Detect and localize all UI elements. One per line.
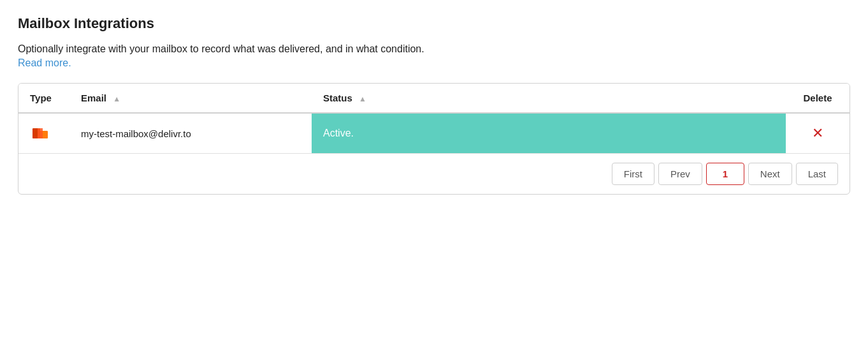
col-header-email[interactable]: Email ▲: [69, 84, 312, 113]
pagination-cell: First Prev 1 Next Last: [18, 154, 850, 195]
type-cell: [18, 113, 69, 154]
col-header-status[interactable]: Status ▲: [312, 84, 786, 113]
mailbox-table-container: Type Email ▲ Status ▲ Delete: [18, 83, 850, 195]
col-header-delete: Delete: [786, 84, 850, 113]
pagination-controls: First Prev 1 Next Last: [30, 163, 838, 185]
page-title: Mailbox Integrations: [18, 15, 850, 32]
read-more-link[interactable]: Read more.: [18, 57, 71, 69]
col-header-type: Type: [18, 84, 69, 113]
first-page-button[interactable]: First: [612, 163, 655, 185]
delete-cell: ✕: [786, 113, 850, 154]
delete-button[interactable]: ✕: [807, 123, 828, 144]
office365-icon: [30, 123, 50, 144]
prev-page-button[interactable]: Prev: [658, 163, 702, 185]
next-page-button[interactable]: Next: [748, 163, 792, 185]
status-cell: Active.: [312, 113, 786, 154]
status-sort-icon: ▲: [359, 94, 366, 103]
table-header-row: Type Email ▲ Status ▲ Delete: [18, 84, 850, 113]
pagination-row: First Prev 1 Next Last: [18, 154, 850, 195]
svg-rect-4: [38, 128, 43, 138]
current-page-button[interactable]: 1: [706, 163, 744, 185]
last-page-button[interactable]: Last: [796, 163, 838, 185]
email-sort-icon: ▲: [113, 94, 120, 103]
description-text: Optionally integrate with your mailbox t…: [18, 43, 850, 55]
email-cell: my-test-mailbox@delivr.to: [69, 113, 312, 154]
mailbox-table: Type Email ▲ Status ▲ Delete: [18, 84, 850, 194]
table-row: my-test-mailbox@delivr.to Active. ✕: [18, 113, 850, 154]
